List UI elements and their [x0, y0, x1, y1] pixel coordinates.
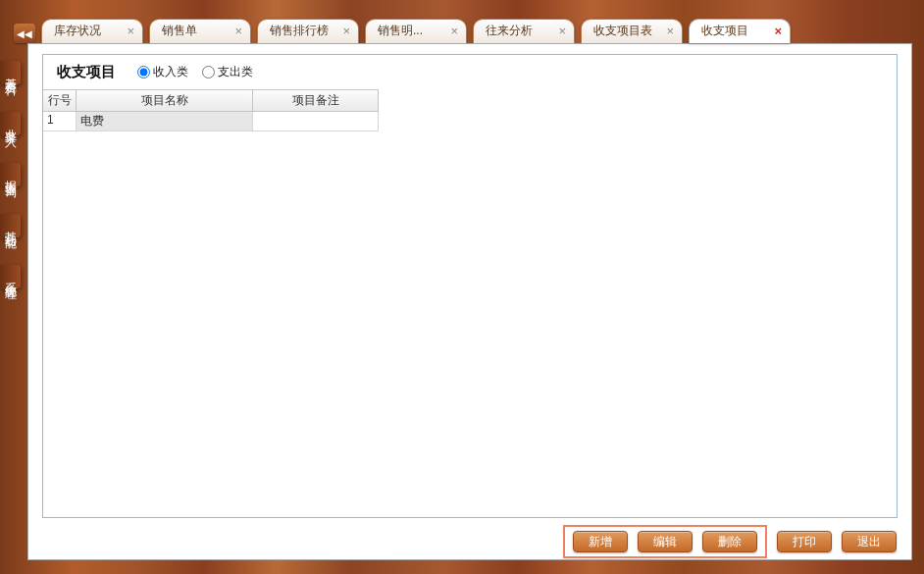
radio-expense[interactable]: 支出类 [202, 64, 253, 80]
tab-sales-order[interactable]: 销售单 × [149, 19, 251, 43]
add-button[interactable]: 新增 [573, 531, 628, 552]
radio-income[interactable]: 收入类 [137, 64, 188, 80]
print-button[interactable]: 打印 [777, 531, 832, 552]
col-header-note[interactable]: 项目备注 [253, 90, 379, 112]
delete-button[interactable]: 删除 [702, 531, 757, 552]
tab-bar: ◀◀ 库存状况 × 销售单 × 销售排行榜 × 销售明... × 往来分析 × … [14, 18, 916, 43]
tab-income-expense-list[interactable]: 收支项目表 × [581, 19, 683, 43]
tab-income-expense-item[interactable]: 收支项目 × [689, 19, 791, 43]
panel-inner: 收支项目 收入类 支出类 行号 项目名称 项目备注 1 电费 [42, 54, 898, 518]
tab-inventory[interactable]: 库存状况 × [41, 19, 143, 43]
close-icon[interactable]: × [127, 25, 134, 37]
type-radio-group: 收入类 支出类 [137, 64, 253, 80]
table-row[interactable]: 1 电费 [43, 112, 379, 131]
close-icon[interactable]: × [342, 25, 350, 37]
side-nav-item-system[interactable]: 系统管理 [0, 265, 21, 288]
tab-label: 销售排行榜 [270, 23, 329, 39]
tab-label: 收支项目 [701, 23, 748, 39]
page-title: 收支项目 [57, 63, 116, 81]
side-nav-item-basic[interactable]: 基本资料 [0, 61, 21, 84]
tab-contacts[interactable]: 往来分析 × [473, 19, 575, 43]
grid-header: 行号 项目名称 项目备注 [43, 90, 379, 112]
tab-sales-rank[interactable]: 销售排行榜 × [257, 19, 359, 43]
col-header-rownum[interactable]: 行号 [43, 90, 77, 112]
other-button-group: 打印 退出 [777, 527, 897, 556]
work-panel: 收支项目 收入类 支出类 行号 项目名称 项目备注 1 电费 [27, 43, 912, 560]
tab-sales-detail[interactable]: 销售明... × [365, 19, 467, 43]
cell-rownum: 1 [43, 112, 77, 131]
tab-scroll-left-icon[interactable]: ◀◀ [14, 24, 35, 43]
close-icon[interactable]: × [450, 25, 458, 37]
close-icon[interactable]: × [666, 25, 674, 37]
side-nav-item-entry[interactable]: 业务录入 [0, 112, 21, 135]
tab-label: 销售单 [162, 23, 197, 39]
edit-button[interactable]: 编辑 [638, 531, 693, 552]
exit-button[interactable]: 退出 [842, 531, 897, 552]
radio-expense-input[interactable] [202, 66, 215, 78]
side-nav-item-other[interactable]: 其它功能 [0, 214, 21, 237]
radio-income-label: 收入类 [153, 64, 188, 80]
radio-income-input[interactable] [137, 66, 150, 78]
radio-expense-label: 支出类 [218, 64, 253, 80]
col-header-name[interactable]: 项目名称 [77, 90, 253, 112]
cell-note[interactable] [253, 112, 379, 131]
close-icon[interactable]: × [774, 25, 782, 37]
side-nav: 基本资料 业务录入 报表查询 其它功能 系统管理 [0, 61, 22, 316]
close-icon[interactable]: × [558, 25, 566, 37]
cell-name[interactable]: 电费 [77, 112, 253, 131]
data-grid: 行号 项目名称 项目备注 1 电费 [43, 89, 379, 131]
tab-label: 库存状况 [54, 23, 101, 39]
tab-label: 收支项目表 [593, 23, 652, 39]
close-icon[interactable]: × [234, 25, 242, 37]
tab-label: 往来分析 [486, 23, 533, 39]
tab-label: 销售明... [378, 23, 423, 39]
edit-button-group: 新增 编辑 删除 [563, 525, 767, 558]
side-nav-item-report[interactable]: 报表查询 [0, 163, 21, 186]
panel-header: 收支项目 收入类 支出类 [43, 63, 897, 89]
